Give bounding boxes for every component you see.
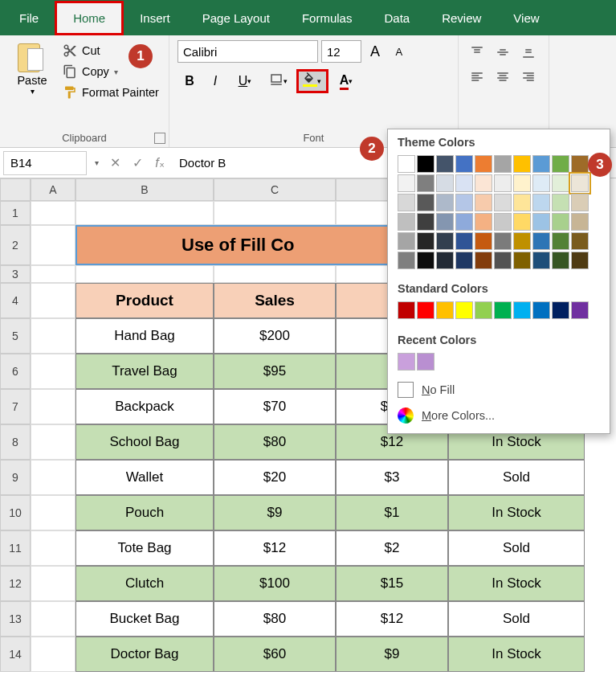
cell[interactable]: [214, 201, 336, 225]
column-header[interactable]: A: [31, 178, 75, 201]
color-swatch[interactable]: [436, 174, 454, 192]
cell[interactable]: [31, 566, 75, 601]
tab-page-layout[interactable]: Page Layout: [186, 3, 286, 33]
cell[interactable]: $9: [336, 637, 448, 672]
color-swatch[interactable]: [513, 301, 531, 319]
color-swatch[interactable]: [455, 232, 473, 250]
color-swatch[interactable]: [455, 301, 473, 319]
color-swatch[interactable]: [455, 252, 473, 269]
cell[interactable]: [31, 601, 75, 637]
row-header[interactable]: 13: [0, 601, 31, 637]
row-header[interactable]: 7: [0, 389, 31, 424]
color-swatch[interactable]: [532, 252, 550, 269]
cell[interactable]: $12: [214, 530, 336, 566]
color-swatch[interactable]: [494, 232, 512, 250]
color-swatch[interactable]: [513, 252, 531, 269]
cell[interactable]: $200: [214, 318, 336, 354]
color-swatch[interactable]: [475, 252, 492, 269]
name-box-input[interactable]: [3, 151, 87, 175]
cell[interactable]: $2: [336, 530, 448, 566]
row-header[interactable]: 9: [0, 460, 31, 495]
color-swatch[interactable]: [571, 232, 589, 250]
color-swatch[interactable]: [398, 155, 415, 173]
tab-formulas[interactable]: Formulas: [286, 3, 369, 33]
paste-button[interactable]: Paste ▾: [17, 40, 47, 96]
color-swatch[interactable]: [417, 194, 434, 211]
font-color-button[interactable]: A▾: [330, 69, 362, 93]
color-swatch[interactable]: [475, 155, 492, 173]
color-swatch[interactable]: [398, 174, 415, 192]
color-swatch[interactable]: [513, 194, 531, 211]
row-header[interactable]: 1: [0, 201, 31, 225]
color-swatch[interactable]: [494, 174, 512, 192]
color-swatch[interactable]: [455, 194, 473, 211]
decrease-font-button[interactable]: A: [389, 41, 410, 62]
format-painter-button[interactable]: Format Painter: [61, 82, 161, 103]
cell[interactable]: Tote Bag: [75, 530, 214, 566]
cell[interactable]: Backpack: [75, 389, 214, 424]
borders-button[interactable]: ▾: [263, 69, 295, 93]
cell[interactable]: $12: [336, 601, 448, 637]
color-swatch[interactable]: [571, 252, 589, 269]
align-center-button[interactable]: [491, 66, 515, 90]
color-swatch[interactable]: [532, 301, 550, 319]
color-swatch[interactable]: [475, 213, 492, 231]
color-swatch[interactable]: [513, 232, 531, 250]
color-swatch[interactable]: [552, 232, 569, 250]
cell[interactable]: [31, 389, 75, 424]
cell[interactable]: Hand Bag: [75, 318, 214, 354]
color-swatch[interactable]: [436, 232, 454, 250]
cell[interactable]: [214, 265, 336, 283]
color-swatch[interactable]: [398, 213, 415, 231]
color-swatch[interactable]: [436, 301, 454, 319]
color-swatch[interactable]: [571, 213, 589, 231]
cell[interactable]: $70: [214, 389, 336, 424]
color-swatch[interactable]: [532, 174, 550, 192]
color-swatch[interactable]: [455, 155, 473, 173]
cell[interactable]: [31, 424, 75, 460]
color-swatch[interactable]: [494, 155, 512, 173]
cell[interactable]: $1: [336, 495, 448, 530]
color-swatch[interactable]: [532, 232, 550, 250]
color-swatch[interactable]: [417, 301, 434, 319]
color-swatch[interactable]: [436, 213, 454, 231]
tab-data[interactable]: Data: [368, 3, 426, 33]
chevron-down-icon[interactable]: ▾: [90, 158, 104, 167]
cell[interactable]: $3: [336, 460, 448, 495]
cell[interactable]: Travel Bag: [75, 354, 214, 389]
cell[interactable]: Doctor Bag: [75, 637, 214, 672]
align-middle-button[interactable]: [491, 40, 515, 64]
color-swatch[interactable]: [494, 213, 512, 231]
cell[interactable]: [75, 265, 214, 283]
cell[interactable]: $95: [214, 354, 336, 389]
color-swatch[interactable]: [417, 252, 434, 269]
cell[interactable]: [31, 265, 75, 283]
row-header[interactable]: 6: [0, 354, 31, 389]
tab-home[interactable]: Home: [55, 1, 124, 35]
color-swatch[interactable]: [475, 194, 492, 211]
cell[interactable]: In Stock: [448, 495, 585, 530]
color-swatch[interactable]: [552, 213, 569, 231]
underline-button[interactable]: U ▾: [229, 69, 261, 93]
cell[interactable]: $20: [214, 460, 336, 495]
cell[interactable]: [31, 225, 75, 265]
color-swatch[interactable]: [398, 232, 415, 250]
increase-font-button[interactable]: A: [365, 41, 386, 62]
color-swatch[interactable]: [532, 213, 550, 231]
color-swatch[interactable]: [417, 353, 434, 371]
cell[interactable]: $60: [214, 637, 336, 672]
color-swatch[interactable]: [475, 301, 492, 319]
cell[interactable]: [31, 201, 75, 225]
bold-button[interactable]: B: [177, 69, 202, 93]
color-swatch[interactable]: [455, 174, 473, 192]
cell[interactable]: Sold: [448, 530, 585, 566]
color-swatch[interactable]: [552, 174, 569, 192]
color-swatch[interactable]: [494, 252, 512, 269]
color-swatch[interactable]: [475, 174, 492, 192]
color-swatch[interactable]: [417, 155, 434, 173]
cell[interactable]: Wallet: [75, 460, 214, 495]
cell[interactable]: In Stock: [448, 637, 585, 672]
header-cell[interactable]: Product: [75, 283, 214, 318]
font-name-input[interactable]: [177, 40, 318, 63]
color-swatch[interactable]: [513, 174, 531, 192]
